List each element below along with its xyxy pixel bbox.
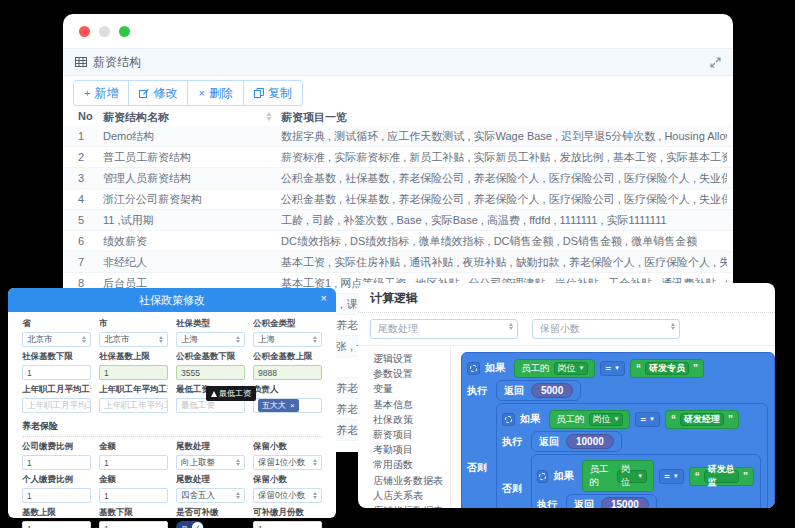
do-label: 执行 — [537, 498, 561, 509]
table-row[interactable]: 7非经纪人基本工资 , 实际住房补贴 , 通讯补贴 , 夜班补贴 , 缺勤扣款 … — [63, 252, 733, 273]
field-input[interactable]: 3555 — [176, 365, 245, 380]
table-row[interactable]: 1Demo结构数据字典 , 测试循环 , 应工作天数测试 , 实际Wage Ba… — [63, 126, 733, 147]
logic-menu-item[interactable]: 人店关系表 — [373, 488, 450, 503]
return-value[interactable]: 10000 — [566, 434, 614, 449]
field-input[interactable]: 上年职工年平均工资 — [99, 398, 168, 413]
return-value[interactable]: 5000 — [531, 383, 573, 398]
logic-menu-item[interactable]: 变量 — [373, 381, 450, 396]
sort-icon[interactable] — [266, 112, 272, 121]
string-value-block[interactable]: “研发专员” — [630, 359, 704, 378]
table-row[interactable]: 6绩效薪资DC绩效指标 , DS绩效指标 , 微单绩效指标 , DC销售金额 ,… — [63, 231, 733, 252]
field-input[interactable]: 1 — [22, 488, 91, 503]
return-value[interactable]: 15000 — [601, 497, 649, 508]
gear-icon[interactable] — [467, 362, 480, 375]
edit-button[interactable]: 修改 — [128, 80, 188, 106]
select-value: 北京市 — [104, 334, 130, 346]
return-block[interactable]: 返回15000 — [566, 494, 657, 508]
logic-menu-item[interactable]: 薪资项目 — [373, 427, 450, 442]
logic-menu-item[interactable]: 店铺业务数据表 — [373, 473, 450, 488]
if-block[interactable]: 如果员工的岗位▼=▼“研发专员”执行返回5000否则如果员工的岗位▼=▼“研发经… — [461, 352, 775, 508]
gear-icon[interactable] — [537, 470, 548, 483]
operator-dropdown[interactable]: =▼ — [635, 412, 660, 427]
operator-dropdown[interactable]: =▼ — [659, 469, 684, 484]
select-caret-icon — [313, 459, 317, 466]
social-policy-modal: 社保政策修改 × 省北京市市北京市社保类型上海公积金类型上海社保基数下限1社保基… — [8, 288, 336, 518]
field-input[interactable]: 1 — [99, 365, 168, 380]
field-input[interactable]: 1 — [99, 521, 168, 528]
string-value-block[interactable]: “研发总监” — [689, 467, 754, 486]
employee-field-block[interactable]: 员工的岗位▼ — [514, 359, 595, 378]
add-button[interactable]: + 新增 — [73, 80, 129, 106]
employee-field-block[interactable]: 员工的岗位▼ — [582, 460, 654, 492]
field-dropdown[interactable]: 岗位▼ — [617, 470, 647, 483]
select-caret-icon — [236, 336, 240, 343]
field-select[interactable]: 四舍五入 — [176, 488, 245, 503]
structure-name: 浙江分公司薪资架构 — [103, 189, 202, 210]
copy-button[interactable]: 复制 — [243, 80, 303, 106]
field-input[interactable]: 1 — [99, 455, 168, 470]
employee-field-block[interactable]: 员工的岗位▼ — [549, 410, 630, 429]
table-row[interactable]: 3管理人员薪资结构公积金基数 , 社保基数 , 养老保险公司 , 养老保险个人 … — [63, 168, 733, 189]
operator-dropdown[interactable]: =▼ — [600, 361, 625, 376]
modal-field-row: 基数上限1基数下限1是否可补缴是✓可补缴月份数1 — [22, 503, 322, 528]
modal-title: 社保政策修改 — [139, 293, 205, 308]
logic-menu-item[interactable]: 常用函数 — [373, 457, 450, 472]
delete-button[interactable]: × 删除 — [187, 80, 243, 106]
field-select[interactable]: 向上取整 — [176, 455, 245, 470]
blocks-canvas: 如果员工的岗位▼=▼“研发专员”执行返回5000否则如果员工的岗位▼=▼“研发经… — [451, 346, 775, 508]
if-row: 如果员工的岗位▼=▼“研发专员” — [467, 358, 768, 378]
rounding-select[interactable]: 尾数处理 — [370, 319, 518, 339]
tag-remove-icon[interactable]: × — [290, 401, 295, 410]
field-input[interactable]: 1 — [99, 488, 168, 503]
logic-menu-item[interactable]: 考勤项目 — [373, 442, 450, 457]
return-block[interactable]: 返回10000 — [531, 431, 622, 452]
modal-fields-top: 省北京市市北京市社保类型上海公积金类型上海社保基数下限1社保基数上限1公积金基数… — [22, 314, 322, 413]
expand-icon[interactable] — [710, 57, 721, 68]
gear-icon[interactable] — [502, 413, 515, 426]
field-label: 省 — [22, 318, 91, 330]
backpay-toggle[interactable]: 是✓ — [176, 521, 204, 528]
page-title: 薪资结构 — [93, 54, 141, 71]
field-select[interactable]: 北京市 — [22, 332, 91, 347]
string-value-block[interactable]: “研发经理” — [665, 410, 739, 429]
structure-items: 公积金基数 , 社保基数 , 养老保险公司 , 养老保险个人 , 医疗保险公司 … — [281, 168, 727, 189]
field-select[interactable]: 北京市 — [99, 332, 168, 347]
modal-field: 上年职工月平均工资上年职工月平均工资 — [22, 380, 91, 413]
field-label: 基数下限 — [99, 507, 168, 519]
logic-menu-item[interactable]: 基本信息 — [373, 397, 450, 412]
toolbar: + 新增 修改 × 删除 复制 — [63, 76, 733, 110]
minimize-traffic-light-icon[interactable] — [99, 26, 110, 37]
table-row[interactable]: 511 ,试用期工龄 , 司龄 , 补签次数 , Base , 实际Base ,… — [63, 210, 733, 231]
field-dropdown[interactable]: 岗位▼ — [589, 413, 624, 426]
if-block[interactable]: 如果员工的岗位▼=▼“研发总监”执行返回15000 — [531, 454, 761, 508]
field-input[interactable]: 上年职工月平均工资 — [22, 398, 91, 413]
table-row[interactable]: 2普工员工薪资结构薪资标准 , 实际薪资标准 , 新员工补贴 , 实际新员工补贴… — [63, 147, 733, 168]
string-value: 研发总监 — [704, 470, 739, 483]
field-input[interactable]: 1 — [22, 365, 91, 380]
zoom-traffic-light-icon[interactable] — [119, 26, 130, 37]
input-value: 1 — [104, 458, 109, 468]
logic-menu-item[interactable]: 店铺指标数据表 — [373, 503, 450, 508]
logic-menu-item[interactable]: 逻辑设置 — [373, 351, 450, 366]
modal-close-icon[interactable]: × — [321, 292, 327, 304]
field-select[interactable]: 上海 — [176, 332, 245, 347]
if-block[interactable]: 如果员工的岗位▼=▼“研发经理”执行返回10000否则如果员工的岗位▼=▼“研发… — [496, 403, 768, 508]
table-row[interactable]: 4浙江分公司薪资架构公积金基数 , 社保基数 , 养老保险公司 , 养老保险个人… — [63, 189, 733, 210]
field-select[interactable]: 上海 — [253, 332, 322, 347]
logic-menu-item[interactable]: 参数设置 — [373, 366, 450, 381]
field-input[interactable]: 1 — [22, 455, 91, 470]
close-traffic-light-icon[interactable] — [79, 26, 90, 37]
field-input[interactable]: 1 — [22, 521, 91, 528]
modal-field: 基数上限1 — [22, 503, 91, 528]
owner-field[interactable]: 五大大× — [253, 398, 322, 413]
return-block[interactable]: 返回5000 — [496, 380, 581, 401]
field-select[interactable]: 保留0位小数 — [253, 488, 322, 503]
field-dropdown[interactable]: 岗位▼ — [554, 362, 589, 375]
modal-fields-pension: 公司缴费比例1金额1尾数处理向上取整保留小数保留1位小数个人缴费比例1金额1尾数… — [22, 437, 322, 528]
field-input[interactable]: 1 — [253, 521, 322, 528]
logic-menu-item[interactable]: 社保政策 — [373, 412, 450, 427]
decimals-select[interactable]: 保留小数 — [532, 319, 680, 339]
column-header-name[interactable]: 薪资结构名称 — [103, 110, 169, 125]
field-select[interactable]: 保留1位小数 — [253, 455, 322, 470]
field-input[interactable]: 9888 — [253, 365, 322, 380]
